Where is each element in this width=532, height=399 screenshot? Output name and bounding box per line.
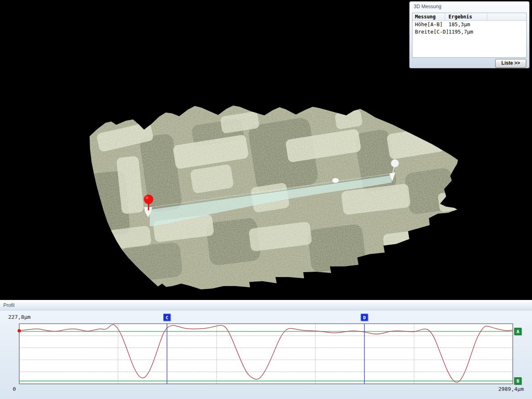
x-max-label: 2989,4µm — [498, 386, 524, 392]
plot-area[interactable] — [19, 324, 513, 384]
profile-chart-svg: C D A B 227,8µm 0 2989,4µm — [0, 311, 532, 399]
svg-text:D: D — [363, 315, 366, 320]
col-ergebnis: Ergebnis — [445, 13, 487, 20]
viewport-3d[interactable]: 3D Messung Messung Ergebnis Höhe[A-B] 18… — [0, 0, 532, 300]
profile-chart-area: C D A B 227,8µm 0 2989,4µm — [0, 311, 532, 399]
measurement-label: Höhe[A-B] — [413, 21, 445, 28]
measurement-value: 1195,7µm — [445, 28, 473, 36]
profile-panel-title: Profil — [0, 300, 532, 311]
plane-highlight — [332, 178, 339, 183]
measurement-value: 185,3µm — [445, 21, 470, 28]
measurement-table: Messung Ergebnis Höhe[A-B] 185,3µm Breit… — [412, 13, 527, 58]
svg-text:A: A — [516, 329, 519, 334]
svg-text:B: B — [516, 379, 519, 384]
profile-panel: Profil — [0, 300, 532, 399]
badge-c[interactable]: C — [164, 314, 171, 322]
table-row: Breite[C-D] 1195,7µm — [413, 28, 526, 36]
badge-d[interactable]: D — [361, 314, 369, 322]
table-row: Höhe[A-B] 185,3µm — [413, 21, 526, 28]
badge-b[interactable]: B — [514, 377, 522, 385]
badge-a[interactable]: A — [514, 328, 522, 336]
svg-text:C: C — [166, 315, 169, 320]
measurement-panel: 3D Messung Messung Ergebnis Höhe[A-B] 18… — [409, 1, 530, 68]
profile-start-dot — [18, 329, 21, 332]
col-messung: Messung — [413, 13, 445, 20]
measurement-panel-title: 3D Messung — [410, 2, 529, 11]
x-min-label: 0 — [13, 386, 16, 392]
measurement-table-header: Messung Ergebnis — [413, 13, 526, 21]
y-max-label: 227,8µm — [8, 314, 31, 320]
list-button[interactable]: Liste >> — [495, 59, 526, 68]
measurement-label: Breite[C-D] — [413, 28, 445, 36]
